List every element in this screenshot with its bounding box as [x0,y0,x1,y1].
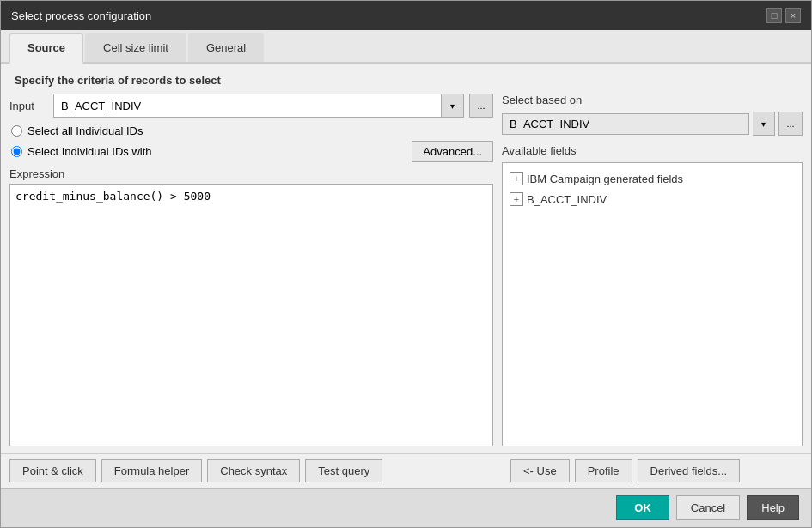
select-based-wrapper: ▾ ... [502,112,803,136]
tab-general[interactable]: General [188,33,264,62]
radio-with-ids[interactable] [11,146,22,157]
select-based-on-label: Select based on [502,94,803,106]
help-button[interactable]: Help [747,495,799,520]
title-bar: Select process configuration □ × [1,1,811,30]
select-based-arrow-icon[interactable]: ▾ [753,112,775,136]
use-button[interactable]: <- Use [510,459,570,482]
footer-bar: OK Cancel Help [1,488,811,527]
radio-all-ids-label[interactable]: Select all Individual IDs [27,124,143,137]
input-row: Input B_ACCT_INDIV ▾ ... [9,94,493,118]
tree-label-ibm-campaign: IBM Campaign generated fields [527,173,683,185]
tree-expand-ibm-campaign-icon[interactable]: + [510,172,523,185]
bottom-right-buttons: <- Use Profile Derived fields... [502,454,811,488]
formula-helper-button[interactable]: Formula helper [101,459,202,482]
dialog-title: Select process configuration [11,9,151,22]
tree-item-ibm-campaign[interactable]: + IBM Campaign generated fields [508,168,797,189]
ok-button[interactable]: OK [616,495,669,520]
radio-all-ids-row: Select all Individual IDs [9,124,493,137]
tab-source[interactable]: Source [9,33,83,64]
radio-with-ids-label[interactable]: Select Individual IDs with [27,145,152,158]
left-panel: Input B_ACCT_INDIV ▾ ... Select all Indi… [9,94,493,446]
radio-all-ids[interactable] [11,125,22,137]
criteria-label: Specify the criteria of records to selec… [1,64,811,94]
close-button[interactable]: × [785,8,801,23]
bottom-left-buttons: Point & click Formula helper Check synta… [1,454,502,488]
select-based-browse-button[interactable]: ... [778,112,803,136]
main-content: Input B_ACCT_INDIV ▾ ... Select all Indi… [1,94,811,453]
fields-tree: + IBM Campaign generated fields + B_ACCT… [502,162,803,446]
tree-item-b-acct-indiv[interactable]: + B_ACCT_INDIV [508,189,797,209]
bottom-section: Point & click Formula helper Check synta… [1,453,811,488]
input-select[interactable]: B_ACCT_INDIV [53,94,442,118]
select-based-input [502,113,749,135]
input-select-wrapper: B_ACCT_INDIV ▾ [53,94,464,118]
dialog-container: Select process configuration □ × Source … [0,0,812,528]
tree-expand-b-acct-indiv-icon[interactable]: + [510,192,523,206]
input-browse-button[interactable]: ... [469,94,493,118]
check-syntax-button[interactable]: Check syntax [207,459,300,482]
expression-label: Expression [9,167,493,180]
dialog-body: Specify the criteria of records to selec… [1,64,811,488]
input-select-arrow-icon[interactable]: ▾ [442,94,464,118]
available-fields-label: Available fields [502,144,803,157]
advanced-button[interactable]: Advanced... [412,141,493,162]
tree-label-b-acct-indiv: B_ACCT_INDIV [527,193,607,206]
derived-fields-button[interactable]: Derived fields... [638,459,741,482]
title-bar-buttons: □ × [766,8,801,23]
test-query-button[interactable]: Test query [305,459,382,482]
profile-button[interactable]: Profile [575,459,632,482]
cancel-button[interactable]: Cancel [676,495,740,520]
tabs-bar: Source Cell size limit General [1,30,811,64]
radio-with-ids-row: Select Individual IDs with [9,145,152,158]
restore-button[interactable]: □ [766,8,782,23]
radio-with-row: Select Individual IDs with Advanced... [9,141,493,162]
right-panel: Select based on ▾ ... Available fields +… [502,94,803,446]
input-label: Input [9,100,48,112]
expression-textarea[interactable]: credit_minus_balance() > 5000 [9,184,493,446]
tab-cell-size-limit[interactable]: Cell size limit [85,33,186,62]
point-click-button[interactable]: Point & click [9,459,96,482]
